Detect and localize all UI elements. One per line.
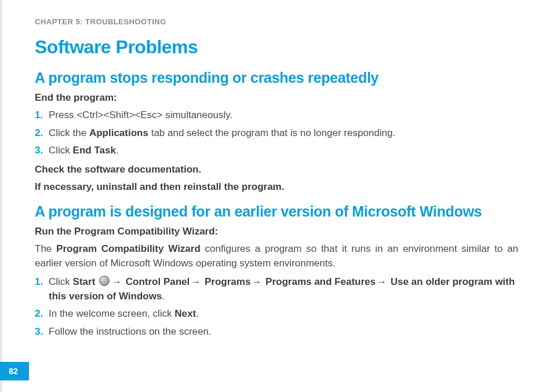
bold-term: Programs [202,276,250,287]
steps-list-2: Click Start → Control Panel→ Programs→ P… [35,275,518,339]
subsection-lead-1: End the program: [35,92,518,104]
bold-term: Control Panel [123,276,190,287]
step-text: In the welcome screen, click [49,308,174,319]
bold-term: Start [73,276,96,287]
step-text: Click the [49,127,89,138]
list-item: Click Start → Control Panel→ Programs→ P… [49,275,518,303]
step-text: . [196,308,199,319]
arrow-icon: → [190,276,202,287]
step-text: Click [49,276,73,287]
step-text: Follow the instructions on the screen. [49,326,212,337]
step-text: Press <Ctrl><Shift><Esc> simultaneously. [49,109,232,120]
page-binding-shadow [0,0,3,392]
windows-start-orb-icon [99,276,110,286]
paragraph: The Program Compatibility Wizard configu… [35,242,518,270]
step-text: Click [49,145,73,156]
page-number: 82 [0,362,29,380]
arrow-icon: → [376,276,388,287]
section-heading-1: A program stops responding or crashes re… [35,69,518,86]
page-title: Software Problems [35,36,518,58]
arrow-icon: → [111,276,123,287]
step-text: tab and select the program that is no lo… [148,127,395,138]
list-item: Follow the instructions on the screen. [49,325,518,339]
step-text: . [162,291,165,302]
text: The [35,243,56,254]
list-item: Click the Applications tab and select th… [49,126,518,141]
step-text: . [116,145,119,156]
strong-note: If necessary, uninstall and then reinsta… [35,181,518,193]
bold-term: Applications [89,127,148,138]
bold-term: End Task [73,145,116,156]
bold-term: Next [174,308,196,319]
bold-term: Program Compatibility Wizard [56,243,201,254]
bold-term: Programs and Features [263,276,376,287]
page-content: CHAPTER 5: TROUBLESHOOTING Software Prob… [0,0,553,339]
section-heading-2: A program is designed for an earlier ver… [35,203,518,220]
list-item: In the welcome screen, click Next. [49,307,518,321]
steps-list-1: Press <Ctrl><Shift><Esc> simultaneously.… [35,108,518,158]
list-item: Press <Ctrl><Shift><Esc> simultaneously. [49,108,518,123]
arrow-icon: → [250,276,263,287]
chapter-label: CHAPTER 5: TROUBLESHOOTING [35,17,518,26]
subsection-lead-2: Run the Program Compatibility Wizard: [35,226,518,237]
strong-note: Check the software documentation. [35,164,518,175]
list-item: Click End Task. [49,144,518,158]
